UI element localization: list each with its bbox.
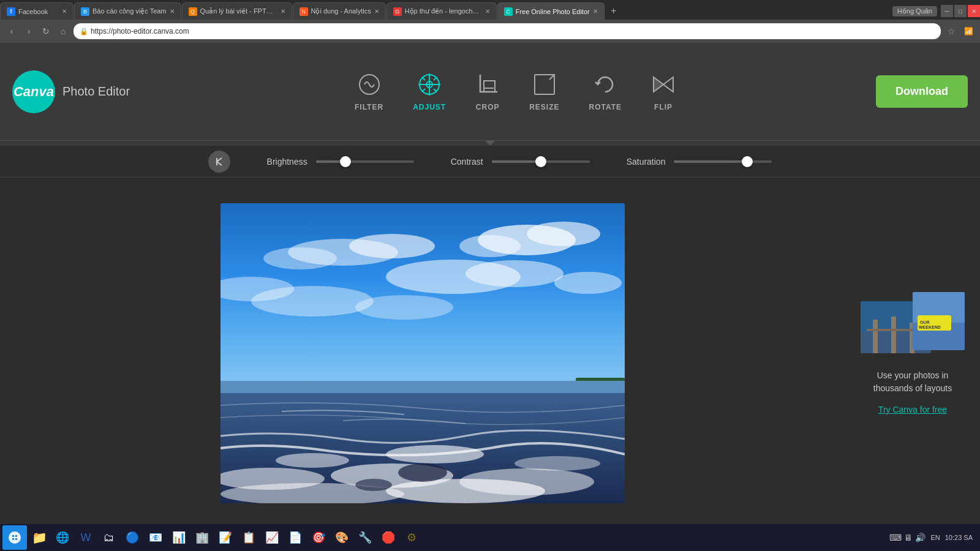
taskbar-app6[interactable]: 📈: [261, 527, 283, 549]
taskbar-chrome[interactable]: 🔵: [121, 527, 143, 549]
taskbar-folder[interactable]: 📁: [28, 527, 50, 549]
svg-line-6: [434, 77, 437, 80]
svg-marker-17: [663, 77, 673, 92]
tool-rotate-label: ROTATE: [589, 103, 622, 111]
contrast-slider[interactable]: [492, 160, 590, 163]
svg-point-29: [251, 286, 374, 317]
taskbar-app7[interactable]: 📄: [284, 527, 306, 549]
tool-filter[interactable]: FILTER: [340, 65, 398, 119]
tab-quan-ly[interactable]: Q Quản lý bài viết - FPTSho... ✕: [182, 2, 292, 20]
taskbar-app4[interactable]: 📝: [214, 527, 236, 549]
main-content: OUR WEEKEND Use your photos in thousands…: [0, 178, 980, 529]
svg-point-42: [398, 463, 447, 482]
forward-nav-button[interactable]: ›: [22, 24, 36, 38]
taskbar-files[interactable]: 🗂: [98, 527, 120, 549]
svg-text:WEEKEND: WEEKEND: [919, 325, 941, 329]
tool-rotate[interactable]: ROTATE: [574, 65, 636, 119]
svg-rect-13: [484, 81, 495, 92]
brightness-slider[interactable]: [316, 160, 414, 163]
tool-crop-label: CROP: [476, 103, 500, 111]
reload-button[interactable]: ↻: [39, 24, 53, 38]
keyboard-icon: ⌨: [889, 533, 902, 542]
tab-facebook-label: Facebook: [18, 8, 59, 15]
svg-point-23: [349, 234, 435, 258]
back-nav-button[interactable]: ‹: [5, 24, 18, 38]
svg-marker-16: [654, 77, 663, 92]
address-bar: ‹ › ↻ ⌂ 🔒 https://photo-editor.canva.com…: [0, 20, 980, 43]
svg-point-26: [466, 260, 564, 287]
beach-photo[interactable]: [221, 203, 625, 503]
tool-resize[interactable]: RESIZE: [514, 65, 574, 119]
filter-icon: [357, 72, 382, 100]
download-button[interactable]: Download: [876, 75, 968, 108]
tab-photo-editor-label: Free Online Photo Editor: [516, 8, 590, 15]
photo-container: [221, 203, 625, 503]
tab-bao-cao[interactable]: B Báo cáo công việc Team ✕: [74, 2, 181, 20]
tab-hop-thu-close[interactable]: ✕: [485, 8, 490, 15]
taskbar-app8[interactable]: 🎯: [307, 527, 330, 549]
minimize-button[interactable]: ─: [941, 5, 953, 17]
feed-icon[interactable]: 📶: [962, 24, 975, 38]
app-header: Canva Photo Editor FILTER: [0, 43, 980, 141]
svg-point-35: [386, 445, 484, 463]
taskbar-app11[interactable]: 🛑: [377, 527, 399, 549]
tool-crop[interactable]: CROP: [461, 65, 514, 119]
maximize-button[interactable]: □: [954, 5, 967, 17]
taskbar-app10[interactable]: 🔧: [354, 527, 376, 549]
url-bar[interactable]: 🔒 https://photo-editor.canva.com: [74, 23, 941, 39]
language-indicator: EN: [930, 534, 940, 541]
try-canva-link[interactable]: Try Canva for free: [878, 405, 947, 414]
taskbar-app5[interactable]: 📋: [238, 527, 260, 549]
taskbar-app1[interactable]: 📧: [145, 527, 167, 549]
promo-thumbnails: OUR WEEKEND: [861, 292, 965, 359]
svg-line-10: [422, 89, 425, 92]
saturation-label: Saturation: [627, 157, 666, 167]
close-button[interactable]: ✕: [968, 5, 980, 17]
taskbar-app2[interactable]: 📊: [168, 527, 190, 549]
adjust-bar: Brightness Contrast Saturation: [0, 146, 980, 178]
taskbar-app12[interactable]: ⚙: [401, 527, 423, 549]
tab-photo-editor[interactable]: C Free Online Photo Editor ✕: [497, 2, 605, 20]
svg-point-43: [355, 479, 392, 491]
taskbar-app3[interactable]: 🏢: [191, 527, 213, 549]
brightness-control: Brightness: [267, 157, 414, 167]
window-controls: ─ □ ✕: [941, 5, 980, 17]
tab-noi-dung-close[interactable]: ✕: [374, 8, 379, 15]
tab-bao-cao-close[interactable]: ✕: [170, 8, 175, 15]
tab-photo-editor-close[interactable]: ✕: [593, 8, 598, 15]
taskbar-app9[interactable]: 🎨: [331, 527, 353, 549]
tab-facebook-close[interactable]: ✕: [62, 8, 67, 15]
svg-line-8: [434, 89, 437, 92]
canva-logo[interactable]: Canva: [12, 70, 55, 113]
tab-hop-thu-label: Hộp thư đến - lengochon...: [405, 7, 482, 15]
svg-point-28: [554, 272, 622, 294]
tab-quan-ly-close[interactable]: ✕: [281, 8, 285, 15]
tab-noi-dung[interactable]: N Nội dung - Analytics ✕: [293, 2, 386, 20]
bookmark-icon[interactable]: ☆: [944, 24, 958, 38]
taskbar: 📁 🌐 W 🗂 🔵 📧 📊 🏢 📝 📋 📈 📄 🎯 🎨 🔧 🛑 ⚙ ⌨ 🖥 🔊 …: [0, 524, 980, 551]
home-button[interactable]: ⌂: [56, 24, 70, 38]
svg-point-21: [459, 235, 521, 257]
svg-point-55: [9, 531, 21, 544]
tool-flip[interactable]: FLIP: [636, 65, 690, 119]
tab-hop-thu[interactable]: G Hộp thư đến - lengochon... ✕: [386, 2, 497, 20]
saturation-slider[interactable]: [674, 160, 772, 163]
svg-point-40: [386, 479, 545, 503]
tab-noi-dung-label: Nội dung - Analytics: [311, 7, 371, 15]
svg-text:OUR: OUR: [920, 320, 930, 324]
svg-rect-47: [891, 317, 896, 353]
volume-icon: 🔊: [915, 533, 925, 542]
svg-point-34: [276, 453, 349, 468]
taskbar-word[interactable]: W: [75, 527, 97, 549]
taskbar-ie[interactable]: 🌐: [51, 527, 74, 549]
new-tab-button[interactable]: +: [605, 2, 622, 20]
saturation-control: Saturation: [627, 157, 772, 167]
tab-facebook[interactable]: f Facebook ✕: [0, 2, 74, 20]
back-button[interactable]: [208, 151, 230, 173]
start-button[interactable]: [2, 525, 27, 550]
tool-adjust[interactable]: ADJUST: [398, 65, 461, 119]
tool-flip-label: FLIP: [654, 103, 673, 111]
monitor-icon: 🖥: [904, 533, 913, 542]
svg-rect-46: [873, 320, 878, 353]
canvas-area: [0, 178, 845, 529]
